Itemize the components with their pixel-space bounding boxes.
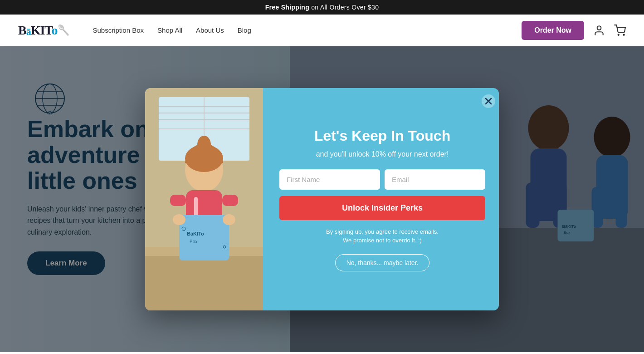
svg-point-0: [597, 26, 601, 30]
modal-content-panel: Let's Keep In Touch and you'll unlock 10…: [263, 88, 499, 310]
hero-section: BāKITo Box Embark on a baking adventure …: [0, 46, 644, 352]
header: BāKITo 🥄 Subscription Box Shop All About…: [0, 15, 644, 46]
svg-point-1: [618, 34, 619, 35]
modal-dialog: BāKITo Box: [145, 88, 499, 310]
logo-text: BāKITo: [18, 23, 57, 38]
svg-text:BāKITo: BāKITo: [187, 231, 204, 236]
cart-button[interactable]: [614, 25, 626, 36]
modal-image-panel: BāKITo Box: [145, 88, 263, 310]
child-photo-svg: BāKITo Box: [145, 88, 263, 310]
modal-disclaimer: By signing up, you agree to receive emai…: [326, 227, 439, 245]
logo[interactable]: BāKITo 🥄: [18, 23, 70, 38]
first-name-input[interactable]: [279, 169, 380, 190]
nav-shop-all[interactable]: Shop All: [157, 26, 182, 34]
no-thanks-button[interactable]: No, thanks... maybe later.: [335, 254, 430, 271]
account-button[interactable]: [593, 25, 605, 36]
unlock-perks-button[interactable]: Unlock Insider Perks: [279, 196, 485, 220]
nav-blog[interactable]: Blog: [238, 26, 251, 34]
svg-point-2: [624, 34, 624, 35]
order-now-button[interactable]: Order Now: [522, 21, 584, 40]
disclaimer-line2: We promise not to overdo it. :): [343, 237, 422, 244]
nav-subscription-box[interactable]: Subscription Box: [93, 26, 144, 34]
header-right: Order Now: [522, 21, 626, 40]
main-nav: Subscription Box Shop All About Us Blog: [93, 26, 251, 34]
disclaimer-line1: By signing up, you agree to receive emai…: [326, 228, 439, 235]
modal-overlay[interactable]: BāKITo Box: [0, 46, 644, 352]
svg-rect-39: [179, 215, 229, 261]
modal-title: Let's Keep In Touch: [314, 127, 450, 144]
svg-rect-37: [222, 195, 238, 206]
svg-point-34: [197, 136, 211, 154]
announcement-bold: Free Shipping: [265, 4, 309, 11]
svg-text:Box: Box: [190, 239, 197, 244]
header-left: BāKITo 🥄 Subscription Box Shop All About…: [18, 23, 251, 38]
nav-about-us[interactable]: About Us: [196, 26, 224, 34]
modal-subtitle: and you'll unlock 10% off your next orde…: [316, 150, 449, 158]
logo-o: o: [51, 23, 57, 37]
logo-whisk-icon: 🥄: [58, 25, 70, 36]
modal-inputs-row: [279, 169, 485, 190]
svg-point-45: [223, 214, 235, 225]
close-icon: [485, 98, 492, 105]
announcement-text: on All Orders Over $30: [311, 4, 379, 11]
svg-point-44: [173, 214, 185, 225]
modal-form: Unlock Insider Perks: [279, 169, 485, 227]
svg-rect-36: [170, 195, 186, 206]
email-input[interactable]: [385, 169, 485, 190]
cart-icon: [614, 25, 626, 36]
modal-child-photo: BāKITo Box: [145, 88, 263, 310]
user-icon: [593, 25, 605, 36]
modal-close-button[interactable]: [482, 94, 495, 108]
announcement-bar: Free Shipping on All Orders Over $30: [0, 0, 644, 15]
